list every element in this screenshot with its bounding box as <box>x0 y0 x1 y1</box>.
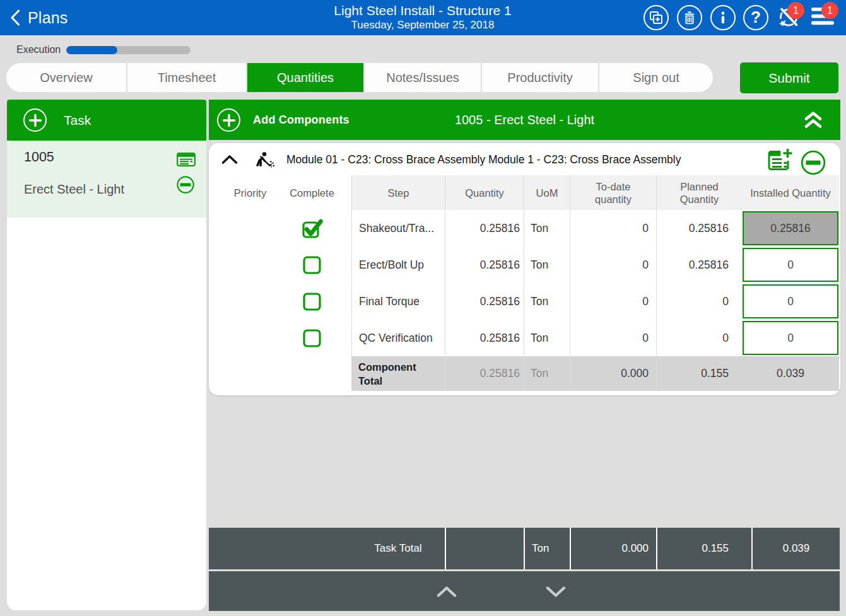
task-list-item[interactable]: 1005 Erect Steel - Light <box>7 141 206 218</box>
priority-cell <box>209 320 291 356</box>
complete-checkbox[interactable] <box>291 210 351 247</box>
component-total-planned: 0.155 <box>656 356 742 391</box>
planned-cell: 0 <box>656 283 742 320</box>
tab-quantities[interactable]: Quantities <box>247 63 363 92</box>
priority-cell <box>209 283 291 320</box>
component-total-quantity: 0.25816 <box>445 356 524 391</box>
uom-cell: Ton <box>524 210 570 247</box>
task-total-uom: Ton <box>524 528 570 569</box>
uom-cell: Ton <box>524 320 570 356</box>
step-cell: Erect/Bolt Up <box>351 247 445 283</box>
task-number: 1005 <box>24 149 54 165</box>
to-date-cell: 0 <box>570 210 656 247</box>
tab-overview[interactable]: Overview <box>6 63 126 92</box>
complete-cell <box>291 356 351 391</box>
priority-cell <box>209 356 291 391</box>
quantity-cell: 0.25816 <box>445 210 524 247</box>
column-header-priority: Priority <box>209 175 291 210</box>
installed-quantity-input[interactable]: 0.25816 <box>743 211 838 245</box>
collapse-component-icon[interactable] <box>221 154 238 165</box>
worker-icon <box>252 151 276 169</box>
complete-checkbox[interactable] <box>291 283 351 320</box>
task-total-to-date: 0.000 <box>570 528 656 569</box>
priority-cell <box>209 247 291 283</box>
installed-quantity-input[interactable]: 0 <box>743 284 838 318</box>
info-icon[interactable] <box>710 5 736 30</box>
help-icon[interactable]: ? <box>743 5 768 30</box>
scroll-down-icon[interactable] <box>546 586 566 597</box>
complete-checkbox[interactable] <box>291 320 351 356</box>
component-title: Module 01 - C23: Cross Brace Assembly Mo… <box>286 143 681 177</box>
back-button[interactable]: Plans <box>10 0 68 35</box>
tab-productivity[interactable]: Productivity <box>482 63 598 92</box>
column-header-uom: UoM <box>524 175 570 210</box>
tab-timesheet[interactable]: Timesheet <box>127 63 246 92</box>
uom-cell: Ton <box>524 247 570 283</box>
trash-icon[interactable] <box>677 5 702 30</box>
task-total-bar: Task Total Ton 0.000 0.155 0.039 <box>209 528 840 569</box>
task-name: Erect Steel - Light <box>24 182 124 197</box>
tab-notes-issues[interactable]: Notes/Issues <box>365 63 481 92</box>
copy-icon[interactable] <box>643 5 669 30</box>
tab-sign-out[interactable]: Sign out <box>599 63 713 92</box>
execution-progress-fill <box>66 46 117 54</box>
page-title: Light Steel Install - Structure 1 <box>265 3 580 19</box>
column-header-installed-quantity: Installed Quantity <box>742 175 839 210</box>
execution-label: Execution <box>16 44 61 55</box>
add-note-icon[interactable] <box>767 147 793 172</box>
remove-component-icon[interactable] <box>801 150 826 175</box>
menu-badge: 1 <box>821 2 838 19</box>
back-chevron-icon <box>10 9 20 26</box>
submit-button[interactable]: Submit <box>740 62 838 93</box>
task-total-quantity <box>445 528 524 569</box>
task-total-planned: 0.155 <box>656 528 751 569</box>
quantities-table: PriorityCompleteStepQuantityUoMTo-datequ… <box>209 175 839 391</box>
column-header-to-date-quantity: To-datequantity <box>570 175 656 210</box>
planned-cell: 0.25816 <box>656 247 742 283</box>
uom-cell: Ton <box>524 283 570 320</box>
tab-bar: Overview Timesheet Quantities Notes/Issu… <box>6 63 713 92</box>
add-task-button[interactable] <box>23 108 47 132</box>
task-total-spacer <box>209 528 351 569</box>
quantity-cell: 0.25816 <box>445 283 524 320</box>
scroll-up-icon[interactable] <box>437 586 457 597</box>
task-total-installed: 0.039 <box>751 528 840 569</box>
unchecked-checkbox-icon <box>303 293 321 311</box>
column-header-quantity: Quantity <box>445 175 524 210</box>
installed-quantity-input[interactable]: 0 <box>743 321 838 355</box>
priority-cell <box>209 210 291 247</box>
execution-progress-bar <box>66 46 191 54</box>
task-details-icon[interactable] <box>177 153 196 166</box>
task-panel-header: Task <box>7 100 206 141</box>
step-cell: Shakeout/Tra... <box>351 210 445 247</box>
sync-badge: 1 <box>787 2 804 19</box>
pager-bar <box>209 571 840 611</box>
installed-quantity-cell: 0.25816 <box>742 210 839 247</box>
column-header-step: Step <box>351 175 445 210</box>
page-date: Tuesday, September 25, 2018 <box>265 19 580 32</box>
back-label: Plans <box>28 9 68 27</box>
task-panel: Task 1005 Erect Steel - Light <box>7 100 206 610</box>
planned-cell: 0.25816 <box>656 210 742 247</box>
component-total-label: Component Total <box>351 356 445 391</box>
quantity-cell: 0.25816 <box>445 320 524 356</box>
step-cell: Final Torque <box>351 283 445 320</box>
installed-quantity-cell: 0 <box>742 283 839 320</box>
to-date-cell: 0 <box>570 320 656 356</box>
unchecked-checkbox-icon <box>303 256 321 274</box>
complete-checkbox[interactable] <box>291 247 351 283</box>
collapse-all-icon[interactable] <box>804 111 823 129</box>
quantity-cell: 0.25816 <box>445 247 524 283</box>
task-total-label: Task Total <box>351 528 445 569</box>
checked-checkbox-icon <box>302 219 323 238</box>
installed-quantity-input[interactable]: 0 <box>743 248 838 282</box>
component-total-to-date: 0.000 <box>570 356 656 391</box>
top-bar: Plans Light Steel Install - Structure 1 … <box>0 0 846 35</box>
to-date-cell: 0 <box>570 247 656 283</box>
installed-quantity-cell: 0 <box>742 320 839 356</box>
task-panel-title: Task <box>64 113 91 128</box>
remove-task-icon[interactable] <box>177 176 194 194</box>
component-card: Module 01 - C23: Cross Brace Assembly Mo… <box>209 143 840 395</box>
column-header-complete: Complete <box>291 175 351 210</box>
plus-icon <box>28 113 42 127</box>
